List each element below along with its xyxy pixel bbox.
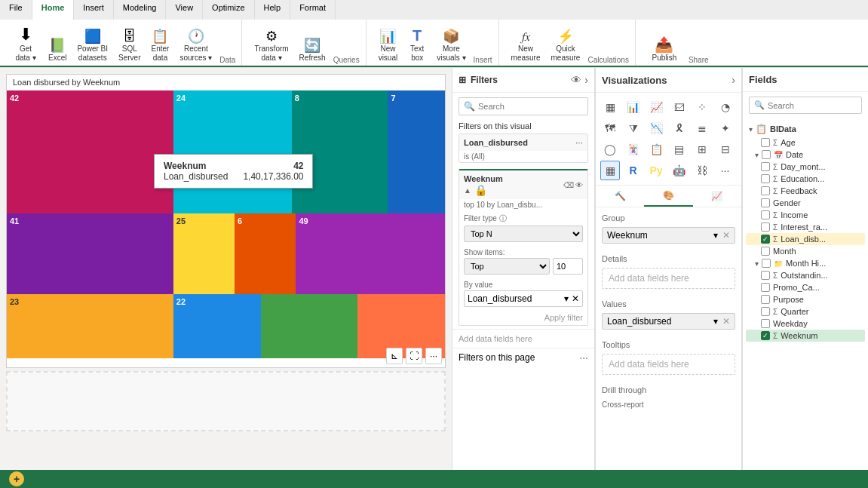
group-field-remove-btn[interactable]: ✕: [722, 230, 730, 241]
more-options-btn[interactable]: ···: [425, 348, 442, 364]
treemap-cell-6[interactable]: 6: [235, 213, 296, 294]
publish-button[interactable]: 📤 Publish: [643, 23, 686, 66]
values-field-remove-btn[interactable]: ✕: [722, 316, 730, 327]
treemap[interactable]: 42 24 8 7 41 25 6 49 23 22: [7, 91, 445, 358]
treemap-cell-7[interactable]: 7: [388, 91, 445, 213]
viz-column-chart-icon[interactable]: 📊: [624, 97, 643, 117]
ribbon-tab-help[interactable]: Help: [255, 0, 291, 20]
loan-disbursed-checkbox[interactable]: ✓: [761, 235, 770, 244]
viz-line-chart-icon[interactable]: 📈: [646, 97, 666, 117]
treemap-cell-8[interactable]: 8: [292, 91, 388, 213]
education-checkbox[interactable]: [761, 174, 770, 183]
field-weeknum[interactable]: ✓ Σ Weeknum: [746, 330, 865, 342]
viz-scatter2-icon[interactable]: ✦: [716, 118, 735, 138]
field-education[interactable]: Σ Education...: [746, 173, 865, 185]
treemap-cell-25[interactable]: 25: [173, 213, 235, 294]
viz-kpi-icon[interactable]: 📋: [646, 140, 666, 159]
filters-eye-btn[interactable]: 👁: [571, 74, 581, 86]
values-field-dropdown[interactable]: ▾: [713, 316, 718, 327]
viz-treemap-icon[interactable]: ▦: [600, 161, 620, 180]
viz-tab-format[interactable]: 🎨: [644, 186, 692, 207]
loan-filter-more-btn[interactable]: ···: [575, 137, 583, 148]
field-month-hi[interactable]: ▾ 📁 Month Hi...: [746, 257, 865, 269]
treemap-cell-49[interactable]: 49: [296, 213, 445, 294]
field-date[interactable]: ▾ 📅 Date: [746, 149, 865, 161]
weeknum-eraser-btn[interactable]: ⌫: [563, 181, 574, 189]
viz-gauge-icon[interactable]: ◯: [600, 140, 620, 159]
field-age[interactable]: Σ Age: [746, 137, 865, 149]
viz-funnel-icon[interactable]: ⧩: [624, 118, 643, 138]
field-weekday[interactable]: Weekday: [746, 318, 865, 330]
purpose-checkbox[interactable]: [761, 295, 770, 304]
income-checkbox[interactable]: [761, 210, 770, 219]
viz-pie-icon[interactable]: ◔: [716, 97, 735, 117]
transform-data-button[interactable]: ⚙ Transformdata ▾: [250, 23, 293, 66]
weeknum-collapse-btn[interactable]: ▲: [464, 186, 471, 195]
field-income[interactable]: Σ Income: [746, 209, 865, 221]
get-data-button[interactable]: ⬇ Getdata ▾: [9, 23, 42, 66]
field-outstanding[interactable]: Σ Outstandin...: [746, 269, 865, 281]
filter-direction-select[interactable]: Top Bottom: [464, 258, 550, 275]
treemap-cell-22[interactable]: 22: [173, 294, 261, 358]
field-month[interactable]: Month: [746, 245, 865, 257]
group-field-tag[interactable]: Weeknum ▾ ✕: [602, 227, 735, 244]
quick-measure-button[interactable]: ⚡ Quickmeasure: [547, 23, 585, 66]
new-visual-button[interactable]: 📊 Newvisual: [374, 23, 403, 66]
viz-tab-analytics[interactable]: 📈: [693, 186, 741, 207]
viz-panel-expand-btn[interactable]: ›: [732, 74, 735, 86]
tooltips-drag-zone[interactable]: Add data fields here: [602, 354, 735, 375]
treemap-cell-41[interactable]: 41: [7, 213, 173, 294]
ribbon-tab-file[interactable]: File: [0, 0, 32, 20]
day-mont-checkbox[interactable]: [761, 162, 770, 171]
ribbon-tab-view[interactable]: View: [166, 0, 203, 20]
ribbon-tab-insert[interactable]: Insert: [74, 0, 114, 20]
add-page-btn[interactable]: +: [9, 471, 24, 486]
ribbon-tab-optimize[interactable]: Optimize: [203, 0, 254, 20]
focus-mode-btn[interactable]: ⛶: [406, 348, 422, 364]
viz-table-icon[interactable]: ⊞: [692, 140, 712, 159]
field-quarter[interactable]: Σ Quarter: [746, 305, 865, 318]
fields-search-input[interactable]: [768, 101, 868, 110]
field-gender[interactable]: Gender: [746, 197, 865, 209]
field-interest-rate[interactable]: Σ Interest_ra...: [746, 221, 865, 233]
sql-server-button[interactable]: 🗄 SQLServer: [114, 23, 145, 66]
gender-checkbox[interactable]: [761, 198, 770, 207]
bidata-group-header[interactable]: ▾ 📋 BIData: [746, 121, 865, 137]
filters-search-box[interactable]: 🔍: [459, 97, 588, 115]
weeknum-eye-btn[interactable]: 👁: [575, 181, 583, 189]
viz-scatter-icon[interactable]: ⁘: [692, 97, 712, 117]
ribbon-tab-modeling[interactable]: Modeling: [114, 0, 167, 20]
new-measure-button[interactable]: 𝑓𝑥 Newmeasure: [507, 23, 545, 66]
date-checkbox[interactable]: [762, 150, 771, 159]
viz-slicer-icon[interactable]: ▤: [670, 140, 689, 159]
weeknum-lock-btn[interactable]: 🔒: [474, 184, 487, 196]
treemap-cell-extra1[interactable]: [261, 294, 357, 358]
filter-type-select[interactable]: Top N: [464, 226, 583, 242]
viz-py-icon[interactable]: Py: [646, 161, 666, 180]
treemap-cell-24[interactable]: 24: [173, 91, 292, 213]
filters-search-input[interactable]: [478, 102, 583, 111]
outstanding-checkbox[interactable]: [761, 271, 770, 280]
weeknum-checkbox[interactable]: ✓: [761, 331, 770, 340]
group-field-dropdown[interactable]: ▾: [713, 230, 718, 241]
viz-bar-chart-icon[interactable]: ▦: [600, 97, 620, 117]
filter-value-clear-icon[interactable]: ✕: [572, 293, 579, 304]
quarter-checkbox[interactable]: [761, 307, 770, 316]
viz-card-icon[interactable]: 🃏: [624, 140, 643, 159]
viz-decomp-icon[interactable]: ⛓: [692, 161, 712, 180]
promo-ca-checkbox[interactable]: [761, 283, 770, 292]
interest-rate-checkbox[interactable]: [761, 223, 770, 232]
month-hi-checkbox[interactable]: [762, 259, 771, 268]
treemap-cell-42[interactable]: 42: [7, 91, 173, 213]
filter-value-select[interactable]: Loan_disbursed ▾ ✕: [464, 290, 583, 307]
viz-waterfall-icon[interactable]: ≣: [692, 118, 712, 138]
viz-ribbon-icon[interactable]: 🎗: [670, 118, 689, 138]
viz-combo-icon[interactable]: 📉: [646, 118, 666, 138]
viz-ai-icon[interactable]: 🤖: [670, 161, 689, 180]
field-loan-disbursed[interactable]: ✓ Σ Loan_disb...: [746, 233, 865, 245]
weekday-checkbox[interactable]: [761, 319, 770, 328]
viz-area-chart-icon[interactable]: 🗠: [670, 97, 689, 117]
viz-more-icon[interactable]: ···: [716, 161, 735, 180]
field-purpose[interactable]: Purpose: [746, 293, 865, 305]
viz-map-icon[interactable]: 🗺: [600, 118, 620, 138]
